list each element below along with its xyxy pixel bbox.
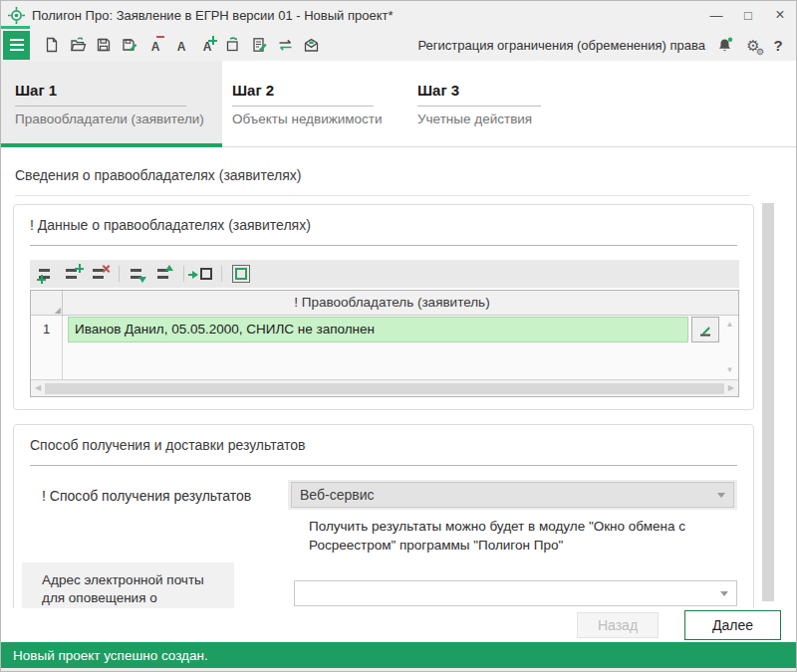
app-window: Полигон Про: Заявление в ЕГРН версии 01 … — [0, 0, 797, 672]
delivery-method-row: ! Способ получения результатов Веб-серви… — [30, 480, 737, 510]
owner-cell[interactable]: Иванов Данил, 05.05.2000, СНИЛС не запол… — [68, 317, 688, 342]
email-select[interactable] — [294, 580, 737, 606]
open-project-button[interactable] — [65, 32, 91, 58]
tab-subtitle: Правообладатели (заявители) — [15, 112, 186, 126]
bell-icon — [716, 37, 734, 54]
owners-section-title: ! Данные о правообладателях (заявителях) — [30, 217, 737, 246]
email-field-wrap — [294, 562, 737, 608]
main-menu-button[interactable] — [3, 31, 30, 60]
tab-rule — [232, 106, 374, 107]
font-decrease-button[interactable]: A — [142, 32, 168, 58]
expand-table-icon — [235, 268, 247, 280]
add-row-button[interactable] — [34, 263, 59, 285]
table-column-header: ! Правообладатель (заявитель) — [63, 291, 721, 315]
document-edit-icon — [251, 37, 267, 53]
next-button[interactable]: Далее — [684, 610, 781, 640]
row-number[interactable]: 1 — [31, 316, 62, 342]
tab-subtitle: Учетные действия — [417, 112, 541, 126]
font-default-icon: A — [172, 36, 190, 54]
font-decrease-icon: A — [146, 36, 164, 54]
horizontal-scroll-thumb[interactable] — [45, 383, 724, 394]
page-heading: Сведения о правообладателях (заявителях) — [15, 167, 750, 196]
tab-rule — [15, 106, 186, 107]
delivery-method-value: Веб-сервис — [300, 487, 374, 503]
email-label: Адрес электронной почты для оповещения о… — [22, 562, 234, 608]
new-document-icon — [44, 37, 60, 53]
chevron-down-icon — [720, 591, 728, 596]
expand-table-button[interactable] — [228, 263, 253, 285]
window-title: Полигон Про: Заявление в ЕГРН версии 01 … — [32, 8, 700, 23]
delivery-method-hint: Получить результаты можно будет в модуле… — [309, 518, 747, 555]
new-document-button[interactable] — [39, 32, 65, 58]
corner-triangle-icon: ◢ — [55, 307, 61, 315]
scroll-right-icon[interactable]: ▶ — [728, 384, 734, 392]
minimize-button[interactable]: — — [700, 1, 732, 29]
tab-step1-rights-holders[interactable]: Шаг 1 Правообладатели (заявители) — [1, 61, 222, 147]
toolbar-separator — [221, 266, 222, 282]
edit-owner-button[interactable] — [691, 317, 719, 342]
step-tabstrip: Шаг 1 Правообладатели (заявители) Шаг 2 … — [1, 61, 796, 147]
table-rows-area: Иванов Данил, 05.05.2000, СНИЛС не запол… — [63, 316, 721, 379]
check-document-button[interactable] — [246, 32, 272, 58]
import-rows-icon — [200, 268, 212, 280]
insert-row-button[interactable] — [61, 263, 86, 285]
maximize-button[interactable]: □ — [732, 1, 764, 29]
table-corner-cell[interactable]: ◢ — [31, 291, 63, 315]
move-row-up-button[interactable] — [152, 263, 177, 285]
export-refresh-icon — [225, 37, 241, 53]
save-icon — [96, 37, 112, 53]
import-rows-button[interactable] — [190, 263, 215, 285]
status-message: Новый проект успешно создан. — [13, 648, 208, 663]
content-area: Сведения о правообладателях (заявителях)… — [1, 147, 796, 608]
delivery-method-select[interactable]: Веб-сервис — [291, 482, 734, 508]
app-logo-icon — [8, 7, 25, 24]
window-controls: — □ × — [700, 1, 796, 29]
help-button[interactable]: ? — [768, 37, 788, 54]
scroll-down-icon[interactable]: ▼ — [726, 366, 734, 374]
delete-row-button[interactable] — [88, 263, 113, 285]
row-number-column: 1 — [31, 316, 63, 379]
tab-step3-registration-actions[interactable]: Шаг 3 Учетные действия — [407, 61, 587, 147]
grid-toolbar — [30, 260, 739, 288]
transfer-arrows-icon — [277, 37, 294, 53]
font-default-button[interactable]: A — [168, 32, 194, 58]
close-button[interactable]: × — [764, 1, 796, 29]
tab-step-title: Шаг 2 — [232, 82, 374, 99]
owners-section: ! Данные о правообладателях (заявителях)… — [13, 204, 754, 410]
back-button[interactable]: Назад — [577, 612, 659, 638]
vertical-scrollbar-thumb[interactable] — [762, 203, 774, 601]
notifications-button[interactable] — [712, 32, 738, 58]
save-button[interactable] — [91, 32, 117, 58]
table-vertical-scrollbar[interactable]: ▲ ▼ — [721, 316, 738, 379]
toolbar-separator — [183, 266, 184, 282]
owners-table: ◢ ! Правообладатель (заявитель) 1 Иванов… — [30, 290, 739, 397]
status-bar: Новый проект успешно создан. — [1, 642, 796, 668]
move-row-down-button[interactable] — [126, 263, 150, 285]
context-label: Регистрация ограничения (обременения) пр… — [417, 38, 705, 53]
window-bottom-edge — [1, 668, 796, 671]
mail-button[interactable] — [298, 32, 324, 58]
save-as-button[interactable] — [117, 32, 142, 58]
table-horizontal-scrollbar[interactable]: ◀ ▶ — [31, 379, 738, 396]
save-edit-icon — [122, 37, 137, 53]
tab-rule — [417, 106, 541, 107]
email-row: Адрес электронной почты для оповещения о… — [30, 562, 737, 608]
delivery-method-label: ! Способ получения результатов — [30, 480, 288, 510]
chevron-down-icon — [717, 493, 725, 498]
open-folder-icon — [70, 37, 87, 53]
font-increase-button[interactable]: A — [194, 32, 220, 58]
table-header-row: ◢ ! Правообладатель (заявитель) — [31, 291, 738, 316]
delivery-section-title: Способ получения и доставки результатов — [30, 437, 737, 466]
table-body: 1 Иванов Данил, 05.05.2000, СНИЛС не зап… — [31, 316, 738, 379]
titlebar: Полигон Про: Заявление в ЕГРН версии 01 … — [1, 1, 796, 29]
tab-step2-real-estate[interactable]: Шаг 2 Объекты недвижимости — [222, 61, 407, 147]
tab-step-title: Шаг 1 — [15, 82, 186, 99]
scroll-left-icon[interactable]: ◀ — [35, 384, 41, 392]
settings-button[interactable]: ⚙ ⚙ — [742, 34, 764, 56]
export-button[interactable] — [220, 32, 246, 58]
table-header-filler — [721, 291, 738, 315]
exchange-button[interactable] — [272, 32, 298, 58]
delivery-method-field-band: Веб-сервис — [288, 480, 737, 510]
tab-step-title: Шаг 3 — [417, 82, 541, 99]
scroll-up-icon[interactable]: ▲ — [726, 321, 734, 329]
